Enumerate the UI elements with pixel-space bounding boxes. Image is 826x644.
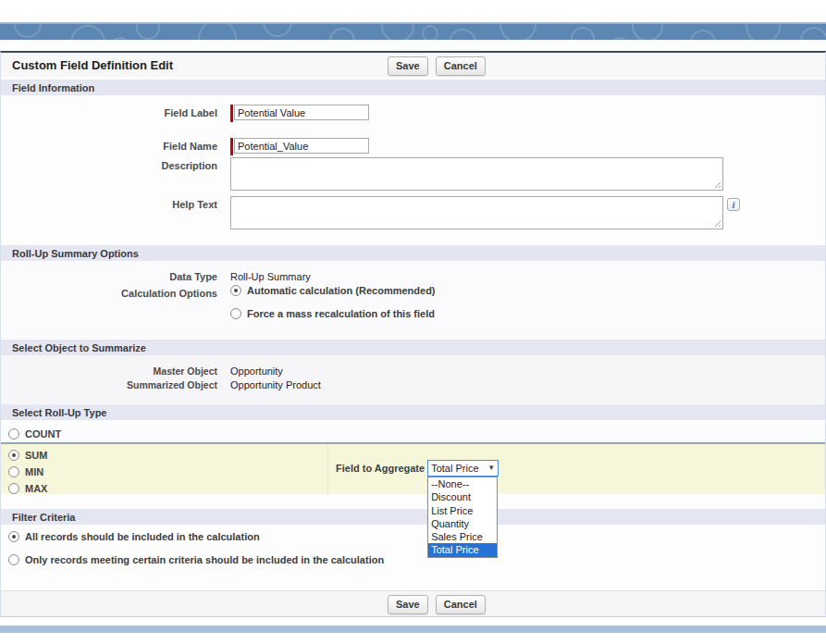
help-text-row: Help Text i <box>1 196 825 229</box>
select-object-content: Master Object Opportunity Summarized Obj… <box>1 355 825 404</box>
master-object-label: Master Object <box>1 364 230 377</box>
section-header-rollup-type: Select Roll-Up Type <box>1 404 825 420</box>
field-to-aggregate-select-wrap: Total Price ▼ --None-- Discount List Pri… <box>427 460 499 477</box>
field-label-label: Field Label <box>1 105 230 122</box>
data-type-row: Data Type Roll-Up Summary <box>1 268 825 282</box>
rollup-options-content: Data Type Roll-Up Summary Calculation Op… <box>1 261 825 340</box>
count-option-row: COUNT <box>1 426 825 444</box>
dropdown-option-sales-price[interactable]: Sales Price <box>428 530 497 543</box>
help-text-textarea[interactable] <box>230 196 723 229</box>
calculation-options-group: Automatic calculation (Recommended) Forc… <box>230 285 436 319</box>
master-object-value: Opportunity <box>230 364 283 377</box>
radio-automatic-calculation[interactable] <box>230 285 241 296</box>
resize-handle-icon[interactable] <box>712 180 721 188</box>
description-textarea-wrap <box>230 157 723 191</box>
field-information-content: Field Label Field Name Description Help … <box>1 95 825 245</box>
radio-min[interactable] <box>8 466 19 477</box>
top-button-group: Save Cancel <box>388 56 486 76</box>
cancel-button-top[interactable]: Cancel <box>436 56 486 76</box>
section-header-select-object: Select Object to Summarize <box>1 340 825 355</box>
sum-label: SUM <box>25 450 47 461</box>
dropdown-option-discount[interactable]: Discount <box>428 490 497 503</box>
dropdown-option-total-price[interactable]: Total Price <box>428 543 497 556</box>
top-whitespace <box>0 0 826 22</box>
required-bar-icon <box>230 105 233 122</box>
field-label-input-wrap <box>230 105 369 122</box>
min-label: MIN <box>25 466 43 477</box>
data-type-label: Data Type <box>1 268 230 282</box>
field-label-row: Field Label <box>1 105 825 122</box>
dropdown-option-list-price[interactable]: List Price <box>428 504 497 517</box>
count-label: COUNT <box>25 428 61 440</box>
max-label: MAX <box>25 483 47 494</box>
radio-force-recalculation[interactable] <box>230 308 241 319</box>
radio-all-records[interactable] <box>8 531 19 542</box>
field-name-input-wrap <box>230 138 369 155</box>
bottom-button-group: Save Cancel <box>388 595 486 614</box>
page-title-row: Custom Field Definition Edit Save Cancel <box>1 53 825 77</box>
dropdown-option-none[interactable]: --None-- <box>428 477 497 490</box>
page-title: Custom Field Definition Edit <box>12 58 173 72</box>
sum-option-row: SUM <box>8 447 327 464</box>
only-records-label: Only records meeting certain criteria sh… <box>25 554 384 565</box>
description-row: Description <box>1 157 825 191</box>
cancel-button-bottom[interactable]: Cancel <box>436 595 486 614</box>
field-name-label: Field Name <box>1 138 230 155</box>
data-type-value: Roll-Up Summary <box>230 268 311 282</box>
calculation-options-row: Calculation Options Automatic calculatio… <box>1 285 825 319</box>
help-text-textarea-wrap <box>230 196 723 229</box>
help-text-label: Help Text <box>1 196 230 229</box>
min-option-row: MIN <box>8 464 327 480</box>
field-name-input[interactable] <box>234 138 369 154</box>
field-to-aggregate-dropdown: --None-- Discount List Price Quantity Sa… <box>427 477 498 558</box>
master-object-row: Master Object Opportunity <box>1 364 825 377</box>
rollup-type-radio-column: SUM MIN MAX <box>1 444 327 494</box>
field-to-aggregate-row: Field to Aggregate Total Price ▼ --None-… <box>336 460 499 477</box>
info-icon: i <box>732 200 734 210</box>
radio-count[interactable] <box>8 428 19 440</box>
max-option-row: MAX <box>8 480 327 497</box>
dropdown-option-quantity[interactable]: Quantity <box>428 517 497 530</box>
calculation-options-label: Calculation Options <box>1 285 230 319</box>
all-records-label: All records should be included in the ca… <box>25 531 260 542</box>
section-header-rollup-options: Roll-Up Summary Options <box>1 245 825 261</box>
field-label-input[interactable] <box>234 105 369 120</box>
brand-header-band <box>0 22 826 40</box>
all-records-option-row: All records should be included in the ca… <box>8 531 825 542</box>
brand-pattern-decoration <box>0 22 826 40</box>
radio-only-records[interactable] <box>8 554 19 565</box>
help-text-info-button[interactable]: i <box>727 198 740 211</box>
force-recalculation-option: Force a mass recalculation of this field <box>230 308 436 319</box>
filter-criteria-spacer <box>8 565 825 590</box>
selected-option-text: Total Price <box>431 463 478 474</box>
resize-handle-icon[interactable] <box>712 218 721 227</box>
field-name-row: Field Name <box>1 138 825 155</box>
field-to-aggregate-column: Field to Aggregate Total Price ▼ --None-… <box>327 444 825 494</box>
bottom-blue-bar <box>0 625 826 633</box>
rollup-type-selected-block: SUM MIN MAX Field to Aggregate Total Pri… <box>1 444 825 494</box>
only-records-option-row: Only records meeting certain criteria sh… <box>8 554 825 565</box>
section-header-filter-criteria: Filter Criteria <box>1 509 825 525</box>
automatic-calculation-label: Automatic calculation (Recommended) <box>247 285 436 296</box>
filter-criteria-content: All records should be included in the ca… <box>1 525 825 590</box>
bottom-gap <box>0 617 826 625</box>
required-bar-icon <box>230 138 233 155</box>
summarized-object-value: Opportunity Product <box>230 378 321 390</box>
radio-max[interactable] <box>8 483 19 494</box>
automatic-calculation-option: Automatic calculation (Recommended) <box>230 285 436 296</box>
dropdown-arrow-icon: ▼ <box>487 464 495 472</box>
field-to-aggregate-select[interactable]: Total Price ▼ <box>427 460 499 477</box>
force-recalculation-label: Force a mass recalculation of this field <box>247 308 435 319</box>
summarized-object-row: Summarized Object Opportunity Product <box>1 378 825 390</box>
description-label: Description <box>1 157 230 191</box>
description-textarea[interactable] <box>230 157 723 191</box>
section-header-field-information: Field Information <box>1 80 825 95</box>
summarized-object-label: Summarized Object <box>1 378 230 390</box>
custom-field-edit-panel: Custom Field Definition Edit Save Cancel… <box>0 51 826 617</box>
save-button-top[interactable]: Save <box>388 56 428 76</box>
save-button-bottom[interactable]: Save <box>388 595 428 614</box>
footer-button-row: Save Cancel <box>1 590 825 616</box>
radio-sum[interactable] <box>8 450 19 461</box>
header-gap <box>0 40 826 51</box>
field-to-aggregate-label: Field to Aggregate <box>336 463 425 474</box>
